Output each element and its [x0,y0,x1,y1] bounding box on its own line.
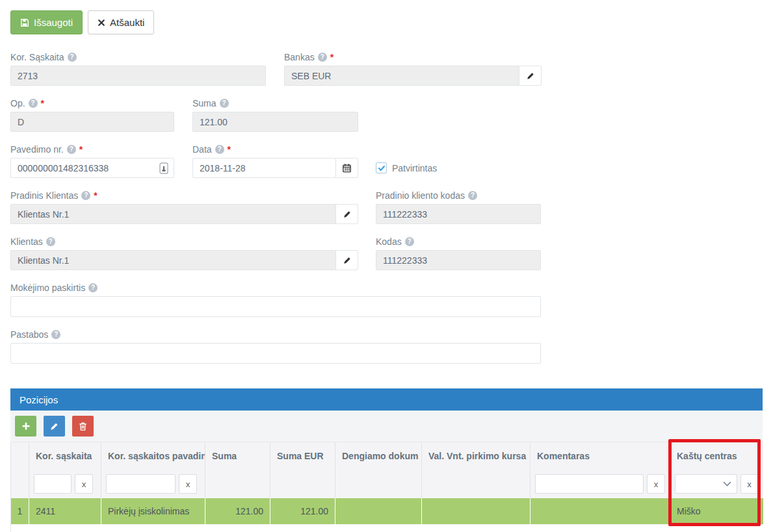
bankas-input [284,66,519,86]
positions-panel: Pozicijos [10,388,763,532]
field-klientas: Klientas ? [10,236,358,270]
suma-input [192,112,358,132]
positions-panel-header: Pozicijos [10,388,763,411]
pavedimo-nr-input[interactable] [10,158,174,178]
table-filter-row: x x [11,470,763,498]
cancel-button-label: Atšaukti [110,17,144,28]
field-pastabos: Pastabos ? [10,329,541,364]
filter-cell-kor-saskaita: x [29,470,101,498]
col-header-kor-saskaita[interactable]: Kor. sąskaita [29,442,101,470]
col-header-kastu-centras[interactable]: Kaštų centras [670,442,763,470]
table-header-row: Kor. sąskaita Kor. sąskaitos pavadin Sum… [11,442,763,470]
form-row-2: Op. ? * Suma ? [10,97,763,132]
col-header-val-vnt-pirkimo-kursas[interactable]: Val. Vnt. pirkimo kursa [422,442,531,470]
question-circle-icon[interactable]: ? [215,145,224,154]
kor-saskaita-filter-input[interactable] [34,474,72,494]
required-asterisk: * [94,190,97,201]
edit-row-button[interactable] [44,416,65,437]
question-circle-icon[interactable]: ? [29,99,38,108]
bankas-edit-button[interactable] [519,66,542,86]
positions-table-wrap: Kor. sąskaita Kor. sąskaitos pavadin Sum… [10,442,763,532]
plus-icon [21,421,31,431]
kastu-centras-filter-select[interactable] [675,474,737,494]
data-input[interactable] [192,158,335,178]
field-bankas: Bankas ? * [284,51,542,86]
col-header-suma-eur[interactable]: Suma EUR [270,442,335,470]
filter-cell-rownum [11,470,29,498]
cell-rownum: 1 [11,498,29,524]
chevron-down-icon [723,481,731,487]
question-circle-icon[interactable]: ? [405,237,414,246]
pastabos-input[interactable] [10,343,541,364]
filter-cell-suma-eur [270,470,335,498]
question-circle-icon[interactable]: ? [68,53,77,62]
question-circle-icon[interactable]: ? [318,53,327,62]
patvirtintas-checkbox[interactable] [376,162,387,173]
klientas-edit-button[interactable] [335,250,358,270]
question-circle-icon[interactable]: ? [81,191,90,200]
calendar-button[interactable] [335,158,358,178]
kor-saskaita-filter-clear-button[interactable]: x [75,474,93,494]
mokejimo-paskirtis-input[interactable] [10,296,541,317]
data-label: Data [192,144,212,155]
cell-val-vnt [422,498,531,524]
klientas-input [10,250,335,270]
cell-suma-eur: 121.00 [270,498,335,524]
question-circle-icon[interactable]: ? [46,237,55,246]
field-kodas: Kodas ? [376,236,541,270]
patvirtintas-label: Patvirtintas [392,163,437,173]
pavadinimas-filter-input[interactable] [106,474,176,494]
pencil-icon [526,71,535,81]
field-pavedimo-nr: Pavedimo nr. ? * [10,144,174,178]
delete-row-button[interactable] [72,416,94,437]
klientas-label: Klientas [10,236,43,247]
pradinis-klientas-edit-button[interactable] [335,204,358,224]
col-header-rownum [11,442,29,470]
positions-panel-title: Pozicijos [20,394,58,405]
add-row-button[interactable] [15,416,36,437]
filter-cell-suma [205,470,270,498]
form-row-7: Pastabos ? [10,329,763,364]
pavadinimas-filter-clear-button[interactable]: x [179,474,197,494]
pradinio-kliento-kodas-label: Pradinio kliento kodas [376,190,465,201]
pradinio-kliento-kodas-input [376,204,541,224]
action-bar: Išsaugoti Atšaukti [10,10,763,34]
op-label: Op. [10,98,25,108]
filter-cell-pavadinimas: x [101,470,205,498]
question-circle-icon[interactable]: ? [51,330,60,339]
field-mokejimo-paskirtis: Mokėjimo paskirtis ? [10,282,541,317]
kodas-label: Kodas [376,236,402,247]
kastu-centras-filter-clear-button[interactable]: x [740,474,759,494]
document-number-icon [159,161,169,175]
col-header-kor-saskaitos-pavadinimas[interactable]: Kor. sąskaitos pavadin [101,442,205,470]
mokejimo-paskirtis-label: Mokėjimo paskirtis [10,283,85,293]
filter-cell-komentaras: x [531,470,670,498]
form-row-1: Kor. Sąskaita ? Bankas ? * [10,51,763,86]
cell-kor-saskaita: 2411 [29,498,101,524]
positions-toolbar [10,411,763,442]
filter-cell-dengiamas [335,470,422,498]
col-header-suma[interactable]: Suma [205,442,270,470]
pencil-icon [343,256,352,265]
pastabos-label: Pastabos [10,329,48,340]
question-circle-icon[interactable]: ? [67,145,76,154]
pavedimo-nr-label: Pavedimo nr. [10,144,64,155]
col-header-komentaras[interactable]: Komentaras [531,442,670,470]
table-bottom-spacer [10,524,763,532]
table-row[interactable]: 1 2411 Pirkėjų įsiskolinimas 121.00 121.… [11,498,763,524]
question-circle-icon[interactable]: ? [468,191,477,200]
komentaras-filter-clear-button[interactable]: x [647,474,665,494]
kor-saskaita-input [10,66,266,86]
filter-cell-kastu-centras: x [670,470,763,498]
required-asterisk: * [228,144,231,155]
kodas-input [376,250,541,270]
cancel-button[interactable]: Atšaukti [88,10,154,34]
pradinis-klientas-input [10,204,335,224]
komentaras-filter-input[interactable] [535,474,644,494]
col-header-dengiamas-dokumentas[interactable]: Dengiamo dokum [335,442,422,470]
save-button[interactable]: Išsaugoti [10,10,83,34]
question-circle-icon[interactable]: ? [88,283,98,292]
trash-icon [78,422,88,431]
question-circle-icon[interactable]: ? [220,99,229,108]
bankas-label: Bankas [284,52,315,62]
